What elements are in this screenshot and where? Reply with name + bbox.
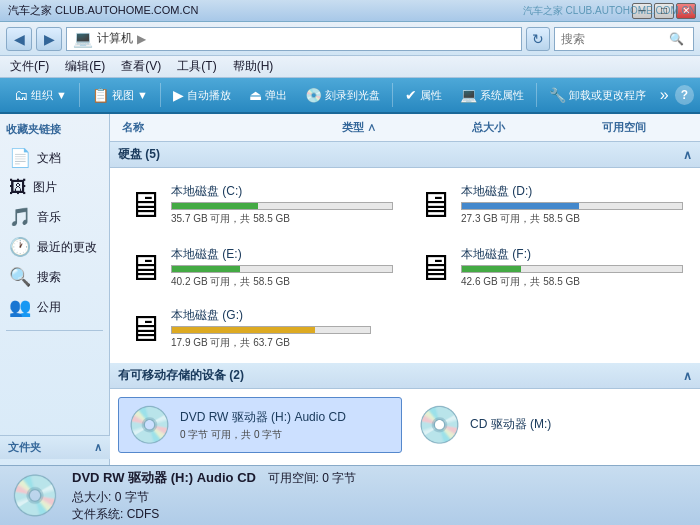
address-bar: ◀ ▶ 💻 计算机 ▶ ↻ 🔍 (0, 22, 700, 56)
drive-g-bar (171, 326, 371, 334)
toolbar-eject[interactable]: ⏏ 弹出 (241, 80, 295, 110)
status-drive-icon: 💿 (10, 472, 60, 519)
drive-g-info: 本地磁盘 (G:) 17.9 GB 可用，共 63.7 GB (171, 307, 371, 350)
drive-g-icon: 🖥 (127, 308, 163, 350)
recent-icon: 🕐 (9, 236, 31, 258)
search-input[interactable] (561, 32, 666, 46)
toolbar-help[interactable]: ? (675, 85, 694, 105)
main-area: 收藏夹链接 📄 文档 🖼 图片 🎵 音乐 🕐 最近的更改 🔍 搜索 👥 公用 文… (0, 114, 700, 465)
drive-f-name: 本地磁盘 (F:) (461, 246, 683, 263)
drive-d[interactable]: 🖥 本地磁盘 (D:) 27.3 GB 可用，共 58.5 GB (408, 176, 692, 233)
col-header-name[interactable]: 名称 (118, 118, 338, 137)
toolbar-autoplay[interactable]: ▶ 自动播放 (165, 80, 239, 110)
col-header-total[interactable]: 总大小 (468, 118, 598, 137)
search-icon: 🔍 (669, 32, 684, 46)
toolbar-separator-1 (79, 83, 80, 107)
drive-f-icon: 🖥 (417, 247, 453, 289)
address-path: 计算机 (97, 30, 133, 47)
toolbar: 🗂 组织 ▼ 📋 视图 ▼ ▶ 自动播放 ⏏ 弹出 💿 刻录到光盘 ✔ 属性 💻… (0, 78, 700, 114)
menu-file[interactable]: 文件(F) (8, 58, 51, 75)
content-area: 名称 类型 ∧ 总大小 可用空间 硬盘 (5) ∧ 🖥 本地磁盘 (C:) (110, 114, 700, 465)
drive-d-free: 27.3 GB 可用，共 58.5 GB (461, 212, 683, 226)
drive-m-name: CD 驱动器 (M:) (470, 416, 683, 433)
sidebar-item-music[interactable]: 🎵 音乐 (6, 202, 103, 232)
menu-bar: 文件(F) 编辑(E) 查看(V) 工具(T) 帮助(H) (0, 56, 700, 78)
drive-g[interactable]: 🖥 本地磁盘 (G:) 17.9 GB 可用，共 63.7 GB (118, 300, 692, 357)
drive-c[interactable]: 🖥 本地磁盘 (C:) 35.7 GB 可用，共 58.5 GB (118, 176, 402, 233)
sidebar-item-pictures[interactable]: 🖼 图片 (6, 173, 103, 202)
drive-m[interactable]: 💿 CD 驱动器 (M:) (408, 397, 692, 453)
removable-section-header: 有可移动存储的设备 (2) ∧ (110, 363, 700, 389)
hard-disks-collapse-button[interactable]: ∧ (683, 148, 692, 162)
drive-g-container: 🖥 本地磁盘 (G:) 17.9 GB 可用，共 63.7 GB (110, 300, 700, 363)
drive-h-name: DVD RW 驱动器 (H:) Audio CD (180, 409, 393, 426)
status-filesystem: 文件系统: CDFS (72, 506, 356, 523)
drive-h-icon: 💿 (127, 404, 172, 446)
drive-f[interactable]: 🖥 本地磁盘 (F:) 42.6 GB 可用，共 58.5 GB (408, 239, 692, 296)
menu-tools[interactable]: 工具(T) (175, 58, 218, 75)
properties-icon: ✔ (405, 87, 417, 103)
sidebar-item-recent[interactable]: 🕐 最近的更改 (6, 232, 103, 262)
menu-view[interactable]: 查看(V) (119, 58, 163, 75)
menu-help[interactable]: 帮助(H) (231, 58, 276, 75)
sidebar-item-documents[interactable]: 📄 文档 (6, 143, 103, 173)
sidebar: 收藏夹链接 📄 文档 🖼 图片 🎵 音乐 🕐 最近的更改 🔍 搜索 👥 公用 文… (0, 114, 110, 465)
drive-e-bar-used (172, 266, 240, 272)
drive-c-icon: 🖥 (127, 184, 163, 226)
drive-d-name: 本地磁盘 (D:) (461, 183, 683, 200)
autoplay-icon: ▶ (173, 87, 184, 103)
drive-d-icon: 🖥 (417, 184, 453, 226)
drive-m-icon: 💿 (417, 404, 462, 446)
drive-h-free: 0 字节 可用，共 0 字节 (180, 428, 393, 442)
eject-icon: ⏏ (249, 87, 262, 103)
drive-h[interactable]: 💿 DVD RW 驱动器 (H:) Audio CD 0 字节 可用，共 0 字… (118, 397, 402, 453)
drive-e[interactable]: 🖥 本地磁盘 (E:) 40.2 GB 可用，共 58.5 GB (118, 239, 402, 296)
toolbar-burn[interactable]: 💿 刻录到光盘 (297, 80, 388, 110)
sort-arrow-icon: ∧ (367, 121, 376, 133)
drive-c-name: 本地磁盘 (C:) (171, 183, 393, 200)
status-info: DVD RW 驱动器 (H:) Audio CD 可用空间: 0 字节 总大小:… (72, 469, 356, 523)
documents-icon: 📄 (9, 147, 31, 169)
drive-e-info: 本地磁盘 (E:) 40.2 GB 可用，共 58.5 GB (171, 246, 393, 289)
music-icon: 🎵 (9, 206, 31, 228)
burn-icon: 💿 (305, 87, 322, 103)
drive-c-info: 本地磁盘 (C:) 35.7 GB 可用，共 58.5 GB (171, 183, 393, 226)
toolbar-separator-3 (392, 83, 393, 107)
drive-d-bar-used (462, 203, 579, 209)
col-header-type[interactable]: 类型 ∧ (338, 118, 468, 137)
drive-f-bar (461, 265, 683, 273)
back-button[interactable]: ◀ (6, 27, 32, 51)
drive-g-free: 17.9 GB 可用，共 63.7 GB (171, 336, 371, 350)
drive-f-bar-used (462, 266, 521, 272)
hard-disks-grid: 🖥 本地磁盘 (C:) 35.7 GB 可用，共 58.5 GB 🖥 本地磁盘 … (110, 172, 700, 300)
toolbar-uninstall[interactable]: 🔧 卸载或更改程序 (541, 80, 654, 110)
sidebar-item-public[interactable]: 👥 公用 (6, 292, 103, 322)
toolbar-more[interactable]: » (656, 86, 673, 104)
sidebar-item-search[interactable]: 🔍 搜索 (6, 262, 103, 292)
removable-drives-grid: 💿 DVD RW 驱动器 (H:) Audio CD 0 字节 可用，共 0 字… (110, 393, 700, 457)
pictures-icon: 🖼 (9, 177, 27, 198)
toolbar-view[interactable]: 📋 视图 ▼ (84, 80, 156, 110)
breadcrumb-arrow: ▶ (137, 32, 146, 46)
public-icon: 👥 (9, 296, 31, 318)
toolbar-separator-4 (536, 83, 537, 107)
toolbar-properties[interactable]: ✔ 属性 (397, 80, 450, 110)
refresh-button[interactable]: ↻ (526, 27, 550, 51)
menu-edit[interactable]: 编辑(E) (63, 58, 107, 75)
view-icon: 📋 (92, 87, 109, 103)
drive-f-info: 本地磁盘 (F:) 42.6 GB 可用，共 58.5 GB (461, 246, 683, 289)
drive-c-bar (171, 202, 393, 210)
drive-e-icon: 🖥 (127, 247, 163, 289)
drive-g-name: 本地磁盘 (G:) (171, 307, 371, 324)
hard-disks-section-header: 硬盘 (5) ∧ (110, 142, 700, 168)
toolbar-system-properties[interactable]: 💻 系统属性 (452, 80, 532, 110)
removable-collapse-button[interactable]: ∧ (683, 369, 692, 383)
sidebar-folder-section[interactable]: 文件夹 ∧ (0, 435, 110, 459)
watermark: 汽车之家 CLUB.AUTOHOME.COM.CN (523, 4, 696, 18)
toolbar-organize[interactable]: 🗂 组织 ▼ (6, 80, 75, 110)
col-header-free[interactable]: 可用空间 (598, 118, 692, 137)
drive-c-bar-used (172, 203, 258, 209)
organize-icon: 🗂 (14, 87, 28, 103)
forward-button[interactable]: ▶ (36, 27, 62, 51)
uninstall-icon: 🔧 (549, 87, 566, 103)
